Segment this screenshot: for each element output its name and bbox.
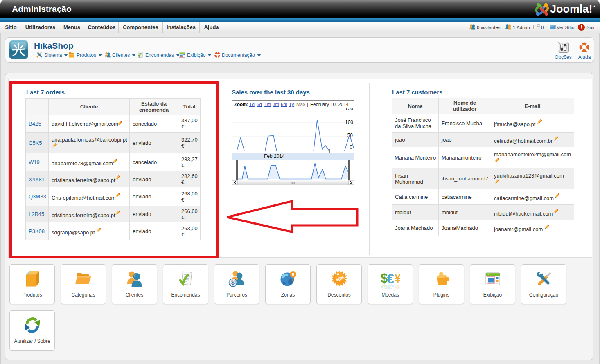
svg-text:1m: 1m bbox=[264, 102, 271, 107]
svg-text:|: | bbox=[294, 102, 295, 107]
svg-text:1d: 1d bbox=[249, 102, 255, 107]
svg-text:3m: 3m bbox=[273, 102, 279, 107]
svg-text:$: $ bbox=[231, 279, 235, 286]
svg-text:6m: 6m bbox=[281, 102, 287, 107]
svg-text:Feb 2014: Feb 2014 bbox=[264, 153, 285, 159]
svg-text:Zoom:: Zoom: bbox=[234, 102, 248, 107]
svg-text:100: 100 bbox=[345, 119, 353, 125]
svg-text:February 10, 2014: February 10, 2014 bbox=[310, 102, 349, 107]
svg-text:Max: Max bbox=[296, 102, 305, 107]
svg-text:Joomla!: Joomla! bbox=[550, 3, 593, 15]
svg-text:|: | bbox=[307, 102, 308, 107]
svg-text:€: € bbox=[387, 281, 394, 289]
svg-text:5d: 5d bbox=[257, 102, 262, 107]
svg-text:0: 0 bbox=[350, 144, 352, 150]
svg-text:1y: 1y bbox=[289, 102, 294, 107]
svg-text:¥: ¥ bbox=[394, 282, 400, 289]
